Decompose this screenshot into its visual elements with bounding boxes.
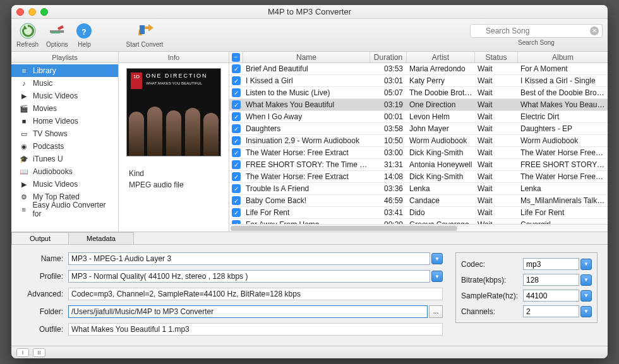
cell-album: FREE SHORT STORY The T — [518, 160, 608, 169]
cell-name: I Kissed a Girl — [243, 76, 370, 85]
toolbar: Refresh Options ? Help Start Convert Sea… — [11, 19, 608, 52]
table-row[interactable]: ✓FREE SHORT STORY: The Time Bein...31:31… — [229, 159, 608, 171]
row-checkbox[interactable]: ✓ — [232, 124, 241, 133]
bitrate-label: Bitrate(kbps): — [461, 276, 523, 285]
cell-album: Electric Dirt — [518, 112, 608, 121]
cell-duration: 03:41 — [370, 208, 407, 217]
folder-label: Folder: — [21, 307, 63, 316]
header-checkbox[interactable]: − — [229, 52, 243, 62]
profile-select[interactable]: MP3 - Normal Quality( 44100 Hz, stereo ,… — [68, 270, 430, 283]
folder-input[interactable]: /Users/jiafull/Music/M4P to MP3 Converte… — [68, 305, 428, 318]
tab-output[interactable]: Output — [11, 232, 69, 244]
row-checkbox[interactable]: ✓ — [232, 100, 241, 109]
profile-dropdown-button[interactable]: ▼ — [431, 271, 443, 282]
name-dropdown-button[interactable]: ▼ — [431, 253, 443, 264]
codec-dropdown-button[interactable]: ▼ — [580, 259, 592, 270]
cell-album: I Kissed a Girl - Single — [518, 76, 608, 85]
table-row[interactable]: ✓Baby Come Back!46:59CandaceWaitMs_Milan… — [229, 195, 608, 207]
table-row[interactable]: ✓Daughters03:58John MayerWaitDaughters -… — [229, 123, 608, 135]
col-album[interactable]: Album — [518, 52, 608, 62]
sidebar-item-music[interactable]: ♪Music — [11, 77, 118, 90]
row-checkbox[interactable]: ✓ — [232, 184, 241, 193]
channels-dropdown-button[interactable]: ▼ — [580, 306, 592, 317]
row-checkbox[interactable]: ✓ — [232, 76, 241, 85]
row-checkbox[interactable]: ✓ — [232, 88, 241, 97]
channels-select[interactable]: 2 — [523, 305, 579, 317]
bitrate-select[interactable]: 128 — [523, 274, 579, 286]
cell-album: Life For Rent — [518, 208, 608, 217]
kind-label: Kind — [129, 169, 224, 178]
help-button[interactable]: ? Help — [75, 22, 93, 48]
sidebar-item-label: iTunes U — [33, 155, 63, 163]
start-convert-button[interactable]: Start Convert — [126, 22, 163, 48]
cell-name: Trouble Is A Friend — [243, 184, 370, 193]
horizontal-scrollbar[interactable] — [229, 224, 608, 232]
row-checkbox[interactable]: ✓ — [232, 208, 241, 217]
sidebar-item-movies[interactable]: 🎬Movies — [11, 102, 118, 115]
table-body[interactable]: ✓Brief And Beautiful03:53Maria Arredondo… — [229, 63, 608, 224]
col-status[interactable]: Status — [475, 52, 518, 62]
row-checkbox[interactable]: ✓ — [232, 160, 241, 169]
table-row[interactable]: ✓The Water Horse: Free Extract03:00Dick … — [229, 147, 608, 159]
samplerate-dropdown-button[interactable]: ▼ — [580, 290, 592, 302]
name-select[interactable]: MP3 - MPEG-1 Audio Layer 3 — [68, 252, 430, 265]
table-row[interactable]: ✓Far Away From Home00:30Groove CoverageW… — [229, 219, 608, 224]
sidebar-item-label: TV Shows — [33, 129, 68, 138]
help-icon: ? — [75, 22, 93, 40]
cell-album: Ms_MilanMinerals Talks A — [518, 196, 608, 205]
cell-name: Daughters — [243, 124, 370, 133]
row-checkbox[interactable]: ✓ — [232, 112, 241, 121]
codec-select[interactable]: mp3 — [523, 258, 579, 270]
footer-btn-1[interactable]: I — [16, 348, 29, 357]
minimize-button[interactable] — [28, 8, 36, 16]
sidebar-item-library[interactable]: ≡Library — [11, 64, 118, 77]
refresh-button[interactable]: Refresh — [16, 22, 39, 48]
sidebar-item-tv-shows[interactable]: ▭TV Shows — [11, 127, 118, 140]
cell-status: Wait — [475, 88, 518, 97]
row-checkbox[interactable]: ✓ — [232, 196, 241, 205]
cell-artist: Maria Arredondo — [407, 64, 475, 73]
search-input[interactable] — [470, 24, 603, 38]
sidebar-item-audiobooks[interactable]: 📖Audiobooks — [11, 165, 118, 178]
footer-btn-2[interactable]: II — [33, 348, 45, 357]
sidebar-item-music-videos[interactable]: ▶Music Videos — [11, 90, 118, 102]
tab-metadata[interactable]: Metadata — [68, 232, 134, 244]
cell-duration: 03:19 — [370, 100, 407, 109]
table-row[interactable]: ✓What Makes You Beautiful03:19One Direct… — [229, 99, 608, 111]
col-duration[interactable]: Duration — [370, 52, 407, 62]
bitrate-dropdown-button[interactable]: ▼ — [580, 274, 592, 286]
table-row[interactable]: ✓Life For Rent03:41DidoWaitLife For Rent — [229, 207, 608, 219]
table-row[interactable]: ✓Listen to the Music (Live)05:07The Doob… — [229, 87, 608, 99]
table-row[interactable]: ✓I Kissed a Girl03:01Katy PerryWaitI Kis… — [229, 75, 608, 87]
sidebar-list: ≡Library♪Music▶Music Videos🎬Movies■Home … — [11, 63, 118, 232]
cell-name: Brief And Beautiful — [243, 64, 370, 73]
profile-label: Profile: — [21, 272, 63, 281]
sidebar-item-music-videos[interactable]: ▶Music Videos — [11, 178, 118, 191]
samplerate-select[interactable]: 44100 — [523, 290, 579, 302]
table-row[interactable]: ✓Brief And Beautiful03:53Maria Arredondo… — [229, 63, 608, 75]
col-artist[interactable]: Artist — [407, 52, 475, 62]
cell-artist: Dido — [407, 208, 475, 217]
sidebar-item-podcasts[interactable]: ◉Podcasts — [11, 140, 118, 153]
sidebar-item-home-videos[interactable]: ■Home Videos — [11, 115, 118, 127]
row-checkbox[interactable]: ✓ — [232, 148, 241, 157]
options-button[interactable]: Options — [46, 22, 68, 48]
close-button[interactable] — [16, 8, 24, 16]
album-logo: 1D — [131, 73, 142, 89]
sidebar-item-itunes-u[interactable]: 🎓iTunes U — [11, 153, 118, 165]
sidebar-item-label: Audiobooks — [33, 167, 73, 176]
col-name[interactable]: Name — [243, 52, 370, 62]
table-row[interactable]: ✓Insinuation 2.9 - Worm Audiobook10:50Wo… — [229, 135, 608, 147]
table-row[interactable]: ✓The Water Horse: Free Extract14:08Dick … — [229, 171, 608, 183]
table-row[interactable]: ✓Trouble Is A Friend03:36LenkaWaitLenka — [229, 183, 608, 195]
row-checkbox[interactable]: ✓ — [232, 64, 241, 73]
sidebar-item-label: Movies — [33, 104, 57, 113]
row-checkbox[interactable]: ✓ — [232, 172, 241, 181]
cell-album: For A Moment — [518, 64, 608, 73]
table-row[interactable]: ✓When I Go Away00:01Levon HelmWaitElectr… — [229, 111, 608, 123]
cell-album: Best of the Doobie Brothe — [518, 88, 608, 97]
folder-browse-button[interactable]: ... — [429, 305, 443, 318]
zoom-button[interactable] — [40, 8, 48, 16]
row-checkbox[interactable]: ✓ — [232, 136, 241, 145]
sidebar-item-easy-audio-converter-for[interactable]: ≡Easy Audio Converter for — [11, 203, 118, 216]
